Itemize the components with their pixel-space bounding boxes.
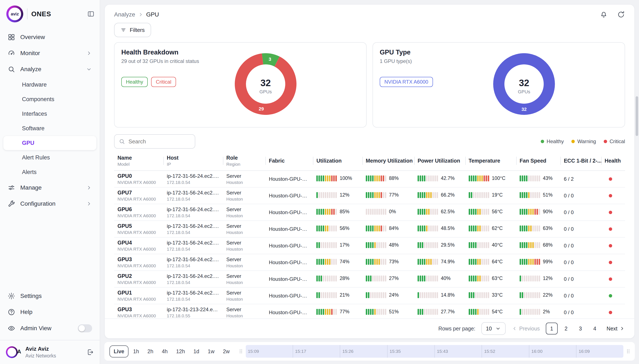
rows-per-page-select[interactable]: 10 (481, 322, 506, 335)
range-live-button[interactable]: Live (109, 346, 129, 358)
health-status-dot (609, 261, 612, 264)
gpu-memory-utilization: 73% (362, 254, 414, 271)
column-header-temperature: Temperature (465, 151, 516, 170)
range-4h-button[interactable]: 4h (158, 346, 172, 357)
sidebar-item-components[interactable]: Components (4, 92, 96, 106)
range-1w-button[interactable]: 1w (204, 346, 218, 357)
gpu-row-gpu0[interactable]: GPU0NVIDIA RTX A6000ip-172-31-56-24.ec2.… (114, 170, 625, 187)
breadcrumb-analyze[interactable]: Analyze (114, 11, 135, 18)
previous-page-button[interactable]: Previous (512, 326, 540, 332)
gpu-row-gpu4[interactable]: GPU4NVIDIA RTX A6000ip-172-31-56-24.ec2.… (114, 237, 625, 254)
gpu-power-utilization: 74.9% (414, 254, 465, 271)
gpu-power-utilization: 42.7% (414, 170, 465, 187)
critical-badge[interactable]: Critical (151, 77, 176, 87)
search-box[interactable] (114, 134, 195, 149)
sidebar-item-label: Overview (20, 34, 45, 40)
svg-text:GPUs: GPUs (518, 89, 530, 94)
gpu-host: ip-172-31-56-24.ec2.in... (167, 290, 220, 296)
sidebar-item-gpu[interactable]: GPU (4, 136, 96, 150)
timeline-right-handle[interactable] (625, 347, 631, 356)
healthy-badge[interactable]: Healthy (121, 77, 148, 87)
svg-text:32: 32 (519, 78, 529, 88)
gpu-health (601, 204, 625, 221)
chevron-down-icon (86, 66, 92, 72)
sidebar-item-hardware[interactable]: Hardware (4, 78, 96, 92)
sidebar-item-alerts[interactable]: Alerts (4, 165, 96, 179)
health-status-dot (609, 311, 612, 314)
sidebar-item-settings[interactable]: Settings (4, 288, 96, 304)
range-2h-button[interactable]: 2h (144, 346, 157, 357)
metric-gauge: 63% (520, 226, 553, 232)
gpu-row-gpu2[interactable]: GPU2NVIDIA RTX A6000ip-172-31-56-24.ec2.… (114, 271, 625, 287)
column-header-power-utilization: Power Utilization (414, 151, 465, 170)
sidebar-item-software[interactable]: Software (4, 122, 96, 136)
range-12h-button[interactable]: 12h (172, 346, 189, 357)
gpu-health (601, 271, 625, 287)
sidebar-item-admin-view[interactable]: Admin View (4, 320, 96, 336)
gpu-ip: 172.18.0.54 (167, 230, 220, 235)
gpu-row-gpu3[interactable]: GPU3NVIDIA RTX A6000ip-172-31-213-224.ec… (114, 304, 625, 318)
range-2w-button[interactable]: 2w (219, 346, 233, 357)
health-status-dot (609, 294, 612, 298)
gpu-host: ip-172-31-56-24.ec2.in... (167, 256, 220, 262)
sidebar-item-label: Help (20, 309, 33, 316)
avatar: A (6, 346, 21, 359)
scrollbar[interactable] (635, 96, 638, 136)
gpu-ip: 172.18.0.54 (167, 246, 220, 252)
sidebar-item-interfaces[interactable]: Interfaces (4, 107, 96, 121)
gpu-fan-speed: 63% (516, 221, 560, 237)
gpu-row-gpu6[interactable]: GPU6NVIDIA RTX A6000ip-172-31-56-24.ec2.… (114, 204, 625, 221)
user-profile[interactable]: A Aviz Aviz Aviz Networks (0, 340, 100, 364)
gpu-role: Server (226, 273, 262, 279)
timeline-tick: 15:09 (246, 345, 293, 358)
gpu-name: GPU3 (118, 256, 160, 262)
gpu-temperature: 62°C (465, 221, 516, 237)
sidebar-item-configuration[interactable]: Configuration (4, 196, 96, 212)
gpu-row-gpu1[interactable]: GPU1NVIDIA RTX A6000ip-172-31-56-24.ec2.… (114, 287, 625, 304)
gpu-row-gpu5[interactable]: GPU5NVIDIA RTX A6000ip-172-31-56-24.ec2.… (114, 221, 625, 237)
sidebar-item-overview[interactable]: Overview (4, 29, 96, 45)
sidebar-item-analyze[interactable]: Analyze (4, 61, 96, 77)
gpu-health (601, 170, 625, 187)
notifications-button[interactable] (600, 10, 608, 18)
nvidia-rtx-a6000-badge[interactable]: NVIDIA RTX A6000 (380, 77, 433, 87)
filters-button[interactable]: Filters (114, 23, 151, 37)
refresh-button[interactable] (617, 10, 625, 18)
metric-gauge: 40°C (469, 242, 503, 248)
range-1h-button[interactable]: 1h (129, 346, 143, 357)
chevron-right-icon (619, 326, 625, 332)
gpu-fan-speed: 90% (516, 204, 560, 221)
page-2-button[interactable]: 2 (560, 322, 572, 334)
gpu-fan-speed: 51% (516, 187, 560, 204)
user-org: Aviz Networks (25, 353, 56, 359)
range-1d-button[interactable]: 1d (190, 346, 203, 357)
gpu-row-gpu3[interactable]: GPU3NVIDIA RTX A6000ip-172-31-56-24.ec2.… (114, 254, 625, 271)
admin-view-toggle[interactable] (78, 324, 92, 332)
page-3-button[interactable]: 3 (574, 322, 586, 334)
metric-gauge: 63°C (469, 276, 503, 282)
gpu-utilization: 56% (313, 221, 362, 237)
page-4-button[interactable]: 4 (589, 322, 601, 334)
gpu-memory-utilization: 48% (362, 237, 414, 254)
page-1-button[interactable]: 1 (546, 322, 558, 334)
timeline-strip[interactable]: 15:0915:1715:2615:3515:4315:5216:0016:09 (246, 345, 623, 358)
gpu-ip: 172.18.0.54 (167, 297, 220, 302)
sidebar-item-alert-rules[interactable]: Alert Rules (4, 150, 96, 165)
svg-text:GPUs: GPUs (259, 89, 272, 94)
gpu-name: GPU0 (118, 173, 160, 179)
brand-name: ONES (31, 10, 51, 18)
gpu-health (601, 237, 625, 254)
column-header-name: NameModel (114, 151, 163, 170)
gpu-role: Server (226, 256, 262, 262)
sidebar-item-help[interactable]: Help (4, 304, 96, 320)
search-input[interactable] (129, 138, 191, 145)
gpu-row-gpu7[interactable]: GPU7NVIDIA RTX A6000ip-172-31-56-24.ec2.… (114, 187, 625, 204)
logout-button[interactable] (86, 348, 94, 356)
gpu-region: Houston (226, 263, 262, 268)
timeline-left-handle[interactable] (238, 347, 244, 356)
next-page-button[interactable]: Next (607, 326, 625, 332)
sidebar-collapse-button[interactable] (87, 10, 95, 18)
gpu-health (601, 187, 625, 204)
sidebar-item-manage[interactable]: Manage (4, 180, 96, 196)
sidebar-item-monitor[interactable]: Monitor (4, 45, 96, 61)
